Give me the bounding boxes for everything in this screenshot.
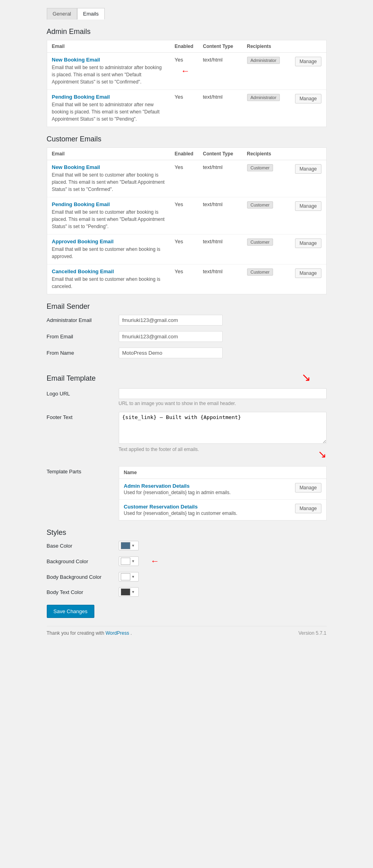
customer-email-content-1: text/html [198, 197, 242, 234]
tab-emails[interactable]: Emails [77, 8, 105, 20]
admin-email-action-1: Manage [290, 90, 326, 127]
arrow-annotation-footer: ↘ [318, 448, 327, 460]
customer-manage-btn-3[interactable]: Manage [295, 268, 321, 278]
email-template-section: Logo URL URL to an image you want to sho… [47, 388, 327, 520]
col-header-content-c: Content Type [198, 148, 242, 160]
color-dropdown-arrow-1: ▼ [132, 559, 135, 563]
customer-email-action-0: Manage [290, 160, 326, 197]
admin-email-content-0: text/html [198, 53, 242, 90]
customer-email-enabled-3: Yes [170, 264, 198, 294]
customer-emails-card: Email Enabled Content Type Recipients Ne… [47, 147, 327, 294]
logo-url-hint: URL to an image you want to show in the … [119, 401, 327, 406]
admin-email-name-1[interactable]: Pending Booking Email [52, 94, 110, 100]
from-name-input[interactable] [119, 348, 223, 358]
save-changes-button[interactable]: Save Changes [47, 605, 94, 618]
version-text: Version 5.7.1 [298, 630, 326, 636]
color-picker-3[interactable]: ▼ [119, 587, 139, 597]
customer-email-enabled-2: Yes [170, 234, 198, 264]
admin-emails-card: Email Enabled Content Type Recipients Ne… [47, 40, 327, 127]
color-swatch-2 [121, 573, 130, 580]
admin-email-badge-0: Administrator [247, 57, 280, 64]
customer-email-desc-1: Email that will be sent to customer afte… [52, 209, 165, 230]
customer-email-name-0[interactable]: New Booking Email [52, 164, 100, 170]
customer-email-action-3: Manage [290, 264, 326, 294]
styles-title: Styles [47, 528, 327, 537]
admin-email-desc-1: Email that will be sent to administrator… [52, 101, 165, 123]
customer-manage-btn-2[interactable]: Manage [295, 238, 321, 248]
customer-email-info-3: Cancelled Booking Email Email that will … [47, 264, 170, 294]
admin-manage-btn-0[interactable]: Manage [295, 57, 321, 66]
template-part-name-0[interactable]: Admin Reservation Details [124, 483, 190, 489]
admin-email-badge-1: Administrator [247, 94, 280, 101]
admin-email-recipient-1: Administrator [242, 90, 290, 127]
customer-email-badge-1: Customer [247, 201, 273, 209]
from-email-input[interactable] [119, 331, 223, 342]
color-picker-0[interactable]: ▼ [119, 541, 139, 550]
color-dropdown-arrow-3: ▼ [132, 590, 135, 594]
from-email-label: From Email [47, 334, 119, 340]
template-parts-field: Name Admin Reservation Details Used for … [119, 466, 327, 520]
template-parts-label: Template Parts [47, 466, 119, 475]
customer-email-desc-0: Email that will be sent to customer afte… [52, 171, 165, 193]
customer-email-desc-2: Email that will be sent to customer when… [52, 246, 165, 260]
save-changes-wrapper: Save Changes [47, 605, 327, 618]
color-row-3: Body Text Color ▼ [47, 587, 327, 597]
email-sender-title: Email Sender [47, 302, 327, 311]
admin-email-info-1: Pending Booking Email Email that will be… [47, 90, 170, 127]
color-label-0: Base Color [47, 543, 119, 549]
logo-url-field: URL to an image you want to show in the … [119, 388, 327, 406]
template-part-desc-0: Used for {reservation_details} tag in ad… [124, 490, 295, 495]
template-part-desc-1: Used for {reservation_details} tag in cu… [124, 510, 295, 516]
tab-general[interactable]: General [47, 8, 77, 20]
col-header-enabled: Enabled [170, 40, 198, 53]
template-part-name-1[interactable]: Customer Reservation Details [124, 504, 198, 510]
logo-url-input[interactable] [119, 388, 327, 399]
customer-email-action-2: Manage [290, 234, 326, 264]
color-dropdown-arrow-0: ▼ [132, 544, 135, 548]
page-footer: Thank you for creating with WordPress . … [47, 626, 327, 640]
admin-email-desc-0: Email that will be sent to administrator… [52, 64, 165, 85]
template-part-manage-btn-1[interactable]: Manage [295, 504, 321, 513]
footer-text-row: Footer Text {site_link} — Built with {Ap… [47, 412, 327, 461]
customer-email-content-2: text/html [198, 234, 242, 264]
admin-email-recipient-0: Administrator [242, 53, 290, 90]
admin-email-row-0: New Booking Email Email that will be sen… [47, 53, 326, 90]
col-header-recipients: Recipients [242, 40, 290, 53]
color-picker-1[interactable]: ▼ [119, 556, 139, 566]
admin-email-content-1: text/html [198, 90, 242, 127]
footer-text-input[interactable]: {site_link} — Built with {Appointment} [119, 412, 327, 444]
customer-email-name-2[interactable]: Approved Booking Email [52, 238, 114, 244]
customer-email-badge-3: Customer [247, 268, 273, 276]
customer-email-recipient-0: Customer [242, 160, 290, 197]
customer-email-name-3[interactable]: Cancelled Booking Email [52, 268, 114, 274]
customer-manage-btn-0[interactable]: Manage [295, 164, 321, 174]
color-row-2: Body Background Color ▼ [47, 572, 327, 582]
customer-email-desc-3: Email that will be sent to customer when… [52, 276, 165, 290]
footer-text-field: {site_link} — Built with {Appointment} T… [119, 412, 327, 461]
col-header-action [290, 40, 326, 53]
color-picker-2[interactable]: ▼ [119, 572, 139, 582]
admin-email-input[interactable] [119, 315, 223, 326]
arrow-annotation-template: ↘ [301, 371, 311, 384]
template-part-info-0: Admin Reservation Details Used for {rese… [124, 483, 295, 495]
customer-email-enabled-0: Yes [170, 160, 198, 197]
color-label-2: Body Background Color [47, 574, 119, 580]
tab-bar: General Emails [47, 8, 327, 20]
customer-email-row-2: Approved Booking Email Email that will b… [47, 234, 326, 264]
customer-email-name-1[interactable]: Pending Booking Email [52, 201, 110, 207]
footer-wp-link[interactable]: WordPress [106, 630, 129, 636]
col-header-email: Email [47, 40, 170, 53]
template-part-manage-btn-0[interactable]: Manage [295, 483, 321, 493]
admin-email-action-0: Manage [290, 53, 326, 90]
customer-email-recipient-1: Customer [242, 197, 290, 234]
admin-emails-title: Admin Emails [47, 28, 327, 36]
customer-email-badge-2: Customer [247, 238, 273, 246]
admin-email-name-0[interactable]: New Booking Email [52, 57, 100, 63]
from-email-row: From Email [47, 331, 327, 342]
customer-emails-table: Email Enabled Content Type Recipients Ne… [47, 148, 326, 294]
admin-manage-btn-1[interactable]: Manage [295, 94, 321, 103]
color-swatch-1 [121, 558, 130, 565]
customer-manage-btn-1[interactable]: Manage [295, 201, 321, 211]
col-header-recipients-c: Recipients [242, 148, 290, 160]
color-dropdown-arrow-2: ▼ [132, 575, 135, 579]
